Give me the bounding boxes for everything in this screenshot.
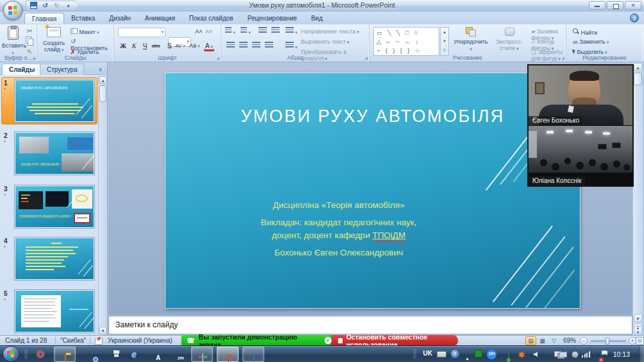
line-spacing-button[interactable]: [285, 27, 297, 37]
zoom-out-icon[interactable]: −: [580, 337, 588, 345]
participant-video-1[interactable]: Євген Бохонько: [529, 65, 632, 125]
office-button[interactable]: [3, 1, 22, 20]
network-icon[interactable]: [582, 351, 590, 358]
character-spacing-button[interactable]: AV: [175, 41, 185, 51]
bullets-button[interactable]: [225, 27, 235, 37]
zoom-slider-thumb[interactable]: [606, 338, 609, 345]
slide-title[interactable]: УМОВИ РУХУ АВТОМОБІЛЯ: [165, 107, 580, 126]
scrollbar-thumb[interactable]: [634, 73, 642, 85]
show-hidden-icons[interactable]: [465, 351, 470, 362]
scroll-down-icon[interactable]: ▼: [634, 314, 642, 322]
tray-help-icon[interactable]: [451, 350, 459, 358]
justify-button[interactable]: [264, 42, 274, 52]
taskbar-save-app[interactable]: [103, 347, 122, 362]
tray-antivirus-icon[interactable]: [518, 349, 525, 360]
spellcheck-icon[interactable]: [95, 337, 103, 344]
tray-green-app-icon[interactable]: [475, 350, 482, 358]
paragraph-dialog-launcher-icon[interactable]: [362, 55, 368, 60]
main-scrollbar[interactable]: ▲ ▼ ▲▲ ▼▼: [632, 62, 643, 335]
scroll-down-icon[interactable]: ▼: [99, 327, 106, 334]
slideshow-button[interactable]: ▽: [548, 336, 559, 345]
tray-mouse-icon[interactable]: [508, 349, 509, 361]
numbering-button[interactable]: [241, 27, 251, 37]
language-switcher[interactable]: UK: [423, 350, 432, 357]
help-icon[interactable]: [630, 13, 639, 22]
language-indicator[interactable]: Украинский (Украина): [108, 337, 173, 344]
shapes-scroll[interactable]: ▲▼≡: [440, 27, 449, 56]
taskbar-acrobat[interactable]: [146, 347, 165, 362]
quick-styles-button[interactable]: Экспресс-стили: [490, 27, 529, 52]
next-slide-icon[interactable]: ▼▼: [634, 326, 642, 334]
taskbar-explorer[interactable]: [54, 347, 76, 362]
tab-outline[interactable]: Структура: [40, 64, 84, 75]
strikethrough-button[interactable]: abc: [151, 41, 161, 51]
tab-view[interactable]: Вид: [304, 13, 330, 24]
shrink-font-button[interactable]: A˅: [204, 27, 214, 37]
scroll-up-icon[interactable]: ▲: [634, 63, 642, 71]
font-color-button[interactable]: А: [204, 41, 214, 51]
taskbar-powerpoint[interactable]: [217, 347, 239, 362]
underline-button[interactable]: Ч: [140, 41, 150, 51]
new-slide-button[interactable]: Создать слайд: [40, 27, 68, 53]
tab-home[interactable]: Главная: [24, 13, 64, 24]
font-name-select[interactable]: [118, 28, 165, 37]
align-right-button[interactable]: [251, 42, 261, 52]
video-call-overlay[interactable]: Євген Бохонько Юліана Колєснік: [527, 64, 634, 187]
slide-thumbnail-4[interactable]: 4: [0, 235, 97, 282]
change-case-button[interactable]: Aa: [189, 41, 199, 51]
columns-button[interactable]: [285, 42, 297, 52]
slide-thumbnail-3[interactable]: 3 ПОРІВНЯННЯ ГАЛЬМІВНОГО ШЛЯХУ: [0, 183, 97, 230]
bold-button[interactable]: Ж: [118, 41, 128, 51]
italic-button[interactable]: К: [129, 41, 139, 51]
tab-animation[interactable]: Анимация: [138, 13, 182, 24]
slide-sorter-button[interactable]: ▦: [537, 336, 548, 345]
minimize-button[interactable]: [589, 1, 606, 10]
cut-button[interactable]: [24, 26, 35, 37]
start-button[interactable]: [3, 346, 19, 362]
participant-video-2[interactable]: Юліана Колєснік: [529, 126, 632, 185]
panel-close-icon[interactable]: [96, 65, 105, 73]
replace-button[interactable]: Заменить: [573, 39, 609, 46]
increase-indent-button[interactable]: [270, 27, 280, 37]
align-center-button[interactable]: [238, 42, 248, 52]
scrollbar-thumb[interactable]: [99, 85, 106, 102]
text-direction-button[interactable]: Направление текста: [301, 28, 359, 35]
display-icon[interactable]: [559, 352, 567, 358]
clock[interactable]: 10:13: [613, 350, 630, 358]
tab-design[interactable]: Дизайн: [102, 13, 138, 24]
fit-to-window-icon[interactable]: [636, 337, 644, 345]
keyboard-layout-icon[interactable]: [437, 351, 446, 358]
panel-scrollbar[interactable]: ▲ ▼: [98, 76, 107, 335]
copy-button[interactable]: [24, 37, 35, 47]
decrease-indent-button[interactable]: [257, 27, 267, 37]
slide-editor[interactable]: УМОВИ РУХУ АВТОМОБІЛЯ Дисципліна «Теорія…: [165, 73, 580, 309]
notes-pane[interactable]: Заметки к слайду: [108, 316, 632, 334]
zoom-slider[interactable]: [590, 340, 626, 342]
text-shadow-button[interactable]: S: [164, 41, 174, 51]
tab-slides-thumbnails[interactable]: Слайды: [2, 64, 42, 75]
tab-slideshow[interactable]: Показ слайдов: [182, 13, 241, 24]
font-dialog-launcher-icon[interactable]: [214, 55, 219, 60]
tab-insert[interactable]: Вставка: [64, 13, 102, 24]
slide-thumbnail-1[interactable]: 1 УМОВИ РУХУ АВТОМОБІЛЯ: [0, 77, 97, 125]
taskbar-screen-share[interactable]: [191, 347, 213, 362]
slide-thumbnail-5[interactable]: 5: [0, 288, 97, 335]
close-button[interactable]: [625, 1, 641, 10]
find-button[interactable]: Найти: [573, 28, 597, 36]
clipboard-dialog-launcher-icon[interactable]: [30, 55, 35, 60]
normal-view-button[interactable]: ▤: [525, 336, 536, 345]
tab-review[interactable]: Рецензирование: [241, 13, 304, 24]
taskbar-chrome[interactable]: [81, 347, 100, 362]
taskbar-internet-explorer[interactable]: [124, 347, 144, 362]
power-icon[interactable]: [572, 351, 579, 358]
taskbar-zoom[interactable]: [168, 347, 187, 362]
taskbar-opera[interactable]: [31, 347, 50, 362]
slide-subtitle[interactable]: Дисципліна «Теорія автомобіля» Викладач:…: [210, 199, 467, 264]
taskbar-word[interactable]: [242, 347, 264, 362]
align-left-button[interactable]: [225, 42, 235, 52]
arrange-button[interactable]: Упорядочить: [453, 27, 489, 53]
shapes-gallery[interactable]: ▭ ╲ ╲ □ ○ △ ⌐ ¬ → ↓ ~ ( ) { } ☆: [373, 27, 439, 56]
grow-font-button[interactable]: A˄: [194, 27, 204, 37]
tray-zoom-icon[interactable]: [487, 350, 496, 359]
layout-button[interactable]: Макет: [71, 28, 99, 36]
